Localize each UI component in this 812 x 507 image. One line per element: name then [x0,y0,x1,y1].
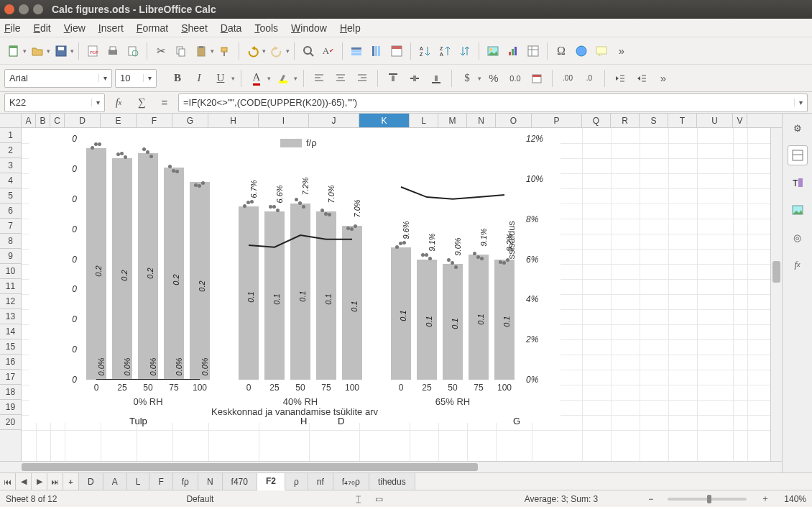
autofilter-button[interactable] [387,42,406,60]
toolbar-overflow-button[interactable]: » [612,42,631,60]
select-all-corner[interactable] [0,114,22,127]
sidebar-styles-icon[interactable]: T [788,173,808,193]
vertical-scrollbar[interactable] [770,128,782,461]
row-header-11[interactable]: 11 [0,279,21,294]
col-header-E[interactable]: E [101,114,137,127]
function-wizard-button[interactable]: fx [109,93,128,112]
col-header-U[interactable]: U [697,114,733,127]
menu-help[interactable]: Help [340,22,361,34]
sheet-tab-L[interactable]: L [127,473,150,490]
tab-last-button[interactable]: ⏭ [47,473,63,490]
name-box[interactable]: K22▾ [4,93,105,112]
insert-image-button[interactable] [484,42,502,60]
paste-button[interactable] [192,42,211,60]
valign-bot-button[interactable] [427,69,446,88]
embedded-chart[interactable]: Survetugevus pikikiudu [MPa] Katsekeha n… [29,128,560,423]
status-selection-mode-icon[interactable]: ▭ [375,494,383,504]
menu-view[interactable]: View [64,22,86,34]
tab-first-button[interactable]: ⏮ [0,473,16,490]
valign-top-button[interactable] [384,69,402,88]
font-color-button[interactable]: A [247,69,266,88]
col-header-H[interactable]: H [208,114,259,127]
status-insert-mode-icon[interactable]: ⌶ [356,494,361,504]
find-button[interactable] [299,42,318,60]
sheet-tab-F2[interactable]: F2 [257,473,285,490]
clone-format-button[interactable] [216,42,234,60]
spellcheck-button[interactable]: A✔ [319,42,338,60]
sort-button[interactable] [456,42,474,60]
row-button[interactable] [347,42,366,60]
sort-desc-button[interactable]: ZA [435,42,454,60]
tab-next-button[interactable]: ▶ [32,473,47,490]
hyperlink-button[interactable] [572,42,591,60]
menu-edit[interactable]: Edit [34,22,51,34]
currency-button[interactable]: $ [458,69,476,88]
menu-window[interactable]: Window [291,22,327,34]
col-header-A[interactable]: A [22,114,36,127]
insert-pivot-button[interactable] [524,42,543,60]
row-header-8[interactable]: 8 [0,234,21,249]
row-header-12[interactable]: 12 [0,294,21,309]
zoom-out-button[interactable]: − [648,494,653,504]
sort-asc-button[interactable]: AZ [415,42,434,60]
col-header-V[interactable]: V [733,114,747,127]
spreadsheet-area[interactable]: ABCDEFGHIJKLMNOPQRSTUV 12345678910111213… [0,114,782,472]
row-header-5[interactable]: 5 [0,188,21,204]
insert-chart-button[interactable] [504,42,522,60]
col-header-O[interactable]: O [496,114,532,127]
sum-button[interactable]: ∑ [132,93,151,112]
col-header-I[interactable]: I [259,114,309,127]
percent-button[interactable]: % [484,69,503,88]
col-button[interactable] [367,42,386,60]
window-minimize-button[interactable] [19,4,29,14]
font-name-combo[interactable]: Arial▾ [4,69,112,88]
align-center-button[interactable] [331,69,350,88]
sheet-tab-fρ[interactable]: fρ [173,473,198,490]
new-button[interactable] [4,42,23,60]
row-header-1[interactable]: 1 [0,128,21,143]
sidebar-gallery-icon[interactable] [788,200,808,220]
zoom-slider[interactable] [668,498,747,501]
col-header-L[interactable]: L [410,114,438,127]
inc-indent-button[interactable] [632,69,651,88]
sidebar-properties-icon[interactable] [788,145,808,165]
copy-button[interactable] [172,42,190,60]
font-size-combo[interactable]: 10▾ [115,69,157,88]
row-header-17[interactable]: 17 [0,370,21,385]
equals-button[interactable]: = [155,93,174,112]
col-header-B[interactable]: B [36,114,50,127]
horizontal-scrollbar[interactable] [22,462,782,472]
redo-button[interactable] [267,42,286,60]
col-header-Q[interactable]: Q [582,114,611,127]
col-header-T[interactable]: T [668,114,697,127]
formula-input[interactable]: =IF(K20<>"",(CODE(UPPER(K20))-65),"")▾ [178,93,808,112]
sheet-tab-N[interactable]: N [198,473,223,490]
menu-data[interactable]: Data [221,22,242,34]
sheet-tab-D[interactable]: D [79,473,103,490]
number-button[interactable]: 0.0 [506,69,525,88]
window-maximize-button[interactable] [33,4,43,14]
sheet-tab-nf[interactable]: nf [308,473,333,490]
row-header-4[interactable]: 4 [0,173,21,188]
date-button[interactable] [527,69,546,88]
tab-add-button[interactable]: + [63,473,79,490]
row-header-13[interactable]: 13 [0,309,21,324]
col-header-C[interactable]: C [50,114,65,127]
col-header-F[interactable]: F [137,114,172,127]
inc-decimal-button[interactable]: .00 [558,69,577,88]
toolbar2-overflow-button[interactable]: » [654,69,673,88]
dec-decimal-button[interactable]: .0 [580,69,599,88]
sidebar-navigator-icon[interactable]: ◎ [788,227,808,247]
valign-mid-button[interactable] [405,69,424,88]
menu-sheet[interactable]: Sheet [181,22,208,34]
zoom-in-button[interactable]: ＋ [761,493,770,505]
row-header-10[interactable]: 10 [0,264,21,279]
col-header-M[interactable]: M [438,114,467,127]
highlight-button[interactable] [274,69,292,88]
align-right-button[interactable] [353,69,372,88]
zoom-value[interactable]: 140% [784,494,806,504]
row-header-16[interactable]: 16 [0,355,21,370]
col-header-G[interactable]: G [172,114,208,127]
undo-button[interactable] [244,42,262,60]
col-header-K[interactable]: K [359,114,410,127]
